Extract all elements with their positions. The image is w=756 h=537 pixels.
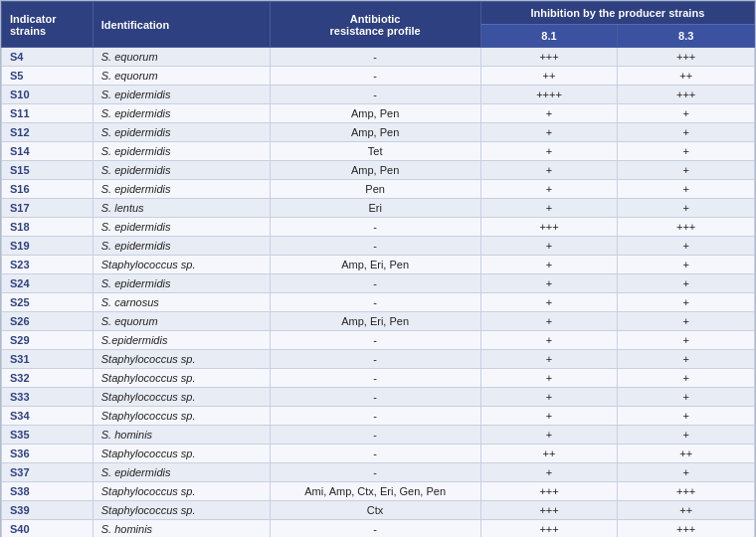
table-row: S17S. lentusEri++ <box>2 199 755 218</box>
table-row: S38Staphylococcus sp.Ami, Amp, Ctx, Eri,… <box>2 482 755 501</box>
cell-inhibition-81: + <box>480 123 618 142</box>
cell-strain: S16 <box>2 180 94 199</box>
cell-strain: S4 <box>2 48 94 67</box>
cell-identification: S. epidermidis <box>93 463 270 482</box>
cell-inhibition-81: +++ <box>480 218 618 237</box>
cell-inhibition-83: + <box>618 142 755 161</box>
cell-strain: S38 <box>2 482 94 501</box>
cell-inhibition-81: + <box>480 388 618 407</box>
table-row: S31Staphylococcus sp.-++ <box>2 350 755 369</box>
header-inhibition-main: Inhibition by the producer strains <box>480 2 754 25</box>
table-row: S29S.epidermidis-++ <box>2 331 755 350</box>
cell-abr-profile: Amp, Pen <box>270 123 480 142</box>
table-row: S15S. epidermidisAmp, Pen++ <box>2 161 755 180</box>
data-table: Indicator strains Identification Antibio… <box>1 1 755 537</box>
cell-strain: S36 <box>2 445 94 463</box>
cell-strain: S40 <box>2 520 94 538</box>
cell-inhibition-83: + <box>618 331 755 350</box>
table-row: S39Staphylococcus sp.Ctx+++++ <box>2 501 755 520</box>
table-row: S37S. epidermidis-++ <box>2 463 755 482</box>
table-row: S11S. epidermidisAmp, Pen++ <box>2 104 755 123</box>
cell-strain: S17 <box>2 199 94 218</box>
cell-inhibition-81: + <box>480 180 618 199</box>
table-row: S32Staphylococcus sp.-++ <box>2 369 755 388</box>
cell-identification: S. epidermidis <box>93 86 270 104</box>
cell-identification: S. lentus <box>93 199 270 218</box>
cell-inhibition-83: + <box>618 237 755 256</box>
cell-identification: Staphylococcus sp. <box>93 407 270 426</box>
table-row: S5S. equorum-++++ <box>2 67 755 86</box>
cell-inhibition-81: + <box>480 407 618 426</box>
table-row: S4S. equorum-++++++ <box>2 48 755 67</box>
cell-abr-profile: Amp, Eri, Pen <box>270 312 480 331</box>
cell-strain: S39 <box>2 501 94 520</box>
cell-inhibition-81: ++++ <box>480 86 618 104</box>
cell-identification: S. hominis <box>93 520 270 538</box>
cell-abr-profile: - <box>270 407 480 426</box>
table-row: S26S. equorumAmp, Eri, Pen++ <box>2 312 755 331</box>
cell-identification: S.epidermidis <box>93 331 270 350</box>
cell-inhibition-83: + <box>618 350 755 369</box>
cell-inhibition-83: + <box>618 104 755 123</box>
cell-inhibition-81: +++ <box>480 48 618 67</box>
table-row: S36Staphylococcus sp.-++++ <box>2 445 755 463</box>
header-indicator-strains: Indicator strains <box>2 2 94 48</box>
cell-strain: S37 <box>2 463 94 482</box>
cell-abr-profile: - <box>270 86 480 104</box>
cell-identification: S. epidermidis <box>93 123 270 142</box>
cell-inhibition-83: ++ <box>618 445 755 463</box>
cell-strain: S31 <box>2 350 94 369</box>
cell-inhibition-83: + <box>618 180 755 199</box>
cell-strain: S35 <box>2 426 94 445</box>
cell-identification: Staphylococcus sp. <box>93 256 270 274</box>
cell-abr-profile: - <box>270 67 480 86</box>
cell-identification: Staphylococcus sp. <box>93 482 270 501</box>
cell-inhibition-83: + <box>618 369 755 388</box>
cell-strain: S10 <box>2 86 94 104</box>
cell-abr-profile: Eri <box>270 199 480 218</box>
cell-abr-profile: - <box>270 331 480 350</box>
table-row: S18S. epidermidis-++++++ <box>2 218 755 237</box>
cell-abr-profile: - <box>270 293 480 312</box>
cell-inhibition-81: ++ <box>480 67 618 86</box>
table-row: S24S. epidermidis-++ <box>2 274 755 293</box>
cell-identification: Staphylococcus sp. <box>93 388 270 407</box>
cell-identification: Staphylococcus sp. <box>93 350 270 369</box>
cell-inhibition-83: +++ <box>618 482 755 501</box>
cell-inhibition-83: +++ <box>618 48 755 67</box>
cell-identification: S. epidermidis <box>93 180 270 199</box>
cell-inhibition-83: + <box>618 463 755 482</box>
cell-abr-profile: Amp, Pen <box>270 104 480 123</box>
cell-inhibition-83: ++ <box>618 501 755 520</box>
table-row: S14S. epidermidisTet++ <box>2 142 755 161</box>
cell-inhibition-81: ++ <box>480 445 618 463</box>
cell-strain: S23 <box>2 256 94 274</box>
cell-inhibition-81: + <box>480 463 618 482</box>
cell-inhibition-81: + <box>480 237 618 256</box>
cell-abr-profile: Amp, Pen <box>270 161 480 180</box>
table-row: S33Staphylococcus sp.-++ <box>2 388 755 407</box>
cell-abr-profile: Ami, Amp, Ctx, Eri, Gen, Pen <box>270 482 480 501</box>
cell-inhibition-83: + <box>618 274 755 293</box>
header-sub-83: 8.3 <box>618 25 755 48</box>
cell-identification: S. epidermidis <box>93 142 270 161</box>
cell-abr-profile: - <box>270 218 480 237</box>
cell-strain: S14 <box>2 142 94 161</box>
table-row: S40S. hominis-++++++ <box>2 520 755 538</box>
cell-inhibition-81: + <box>480 199 618 218</box>
cell-strain: S32 <box>2 369 94 388</box>
cell-inhibition-81: + <box>480 142 618 161</box>
cell-inhibition-83: + <box>618 199 755 218</box>
table-row: S23Staphylococcus sp.Amp, Eri, Pen++ <box>2 256 755 274</box>
cell-strain: S11 <box>2 104 94 123</box>
cell-inhibition-81: +++ <box>480 501 618 520</box>
cell-strain: S29 <box>2 331 94 350</box>
cell-identification: Staphylococcus sp. <box>93 445 270 463</box>
cell-identification: S. hominis <box>93 426 270 445</box>
cell-inhibition-83: + <box>618 123 755 142</box>
cell-abr-profile: - <box>270 520 480 538</box>
cell-inhibition-81: + <box>480 293 618 312</box>
cell-identification: Staphylococcus sp. <box>93 501 270 520</box>
cell-inhibition-83: + <box>618 293 755 312</box>
cell-strain: S5 <box>2 67 94 86</box>
